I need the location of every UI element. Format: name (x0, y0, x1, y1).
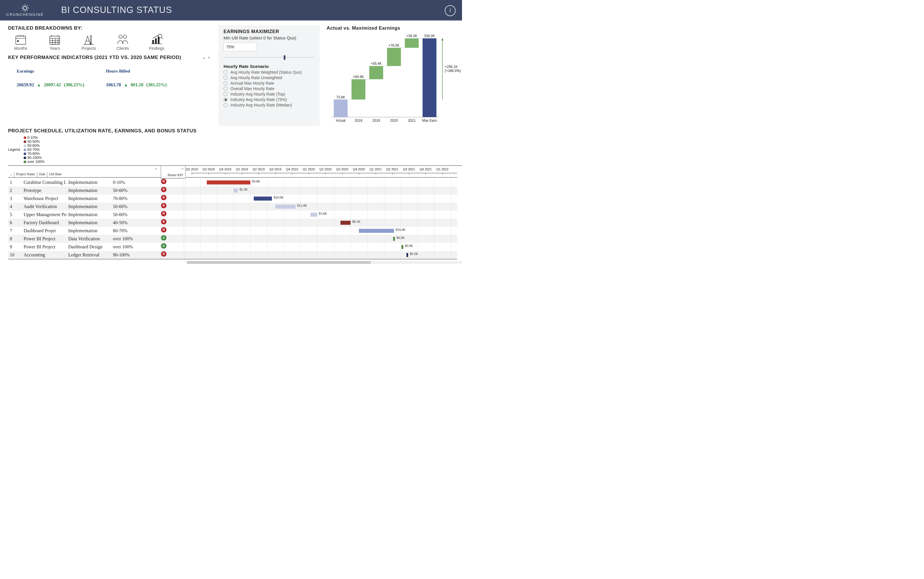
table-row-left[interactable]: 7Dashboard ProjetImplementation60-70% (8, 227, 161, 235)
table-row-left[interactable]: 10AccountingLedger Retrieval90-100% (8, 251, 161, 259)
gantt-bar[interactable] (207, 180, 250, 185)
bonus-cell: G (161, 235, 185, 243)
gantt-bar[interactable] (340, 221, 351, 225)
breakdown-findings[interactable]: Findings (148, 33, 165, 51)
svg-rect-26 (90, 36, 92, 43)
info-button[interactable]: i (445, 5, 456, 16)
col-bonus[interactable]: Bonus KPI (161, 166, 185, 178)
scenario-option[interactable]: Industry Avg Hourly Rate (75%) (223, 97, 315, 102)
brand-text-1: CRUNCH (7, 12, 26, 17)
col-util[interactable]: Util Rate (47, 172, 63, 177)
radio-icon (223, 92, 228, 96)
util-rate-input[interactable]: 75% (223, 43, 257, 51)
table-row-left[interactable]: 6Factory DashboardImplementation40-50% (8, 219, 161, 227)
timeline-cell: $0.5K (185, 235, 457, 243)
gantt-bar[interactable] (254, 196, 272, 201)
bonus-pill: G (161, 243, 166, 249)
svg-text:2019: 2019 (373, 119, 380, 123)
table-row-left[interactable]: 9Power BI ProjectDashboard Designover 10… (8, 243, 161, 251)
svg-text:Actual: Actual (336, 119, 345, 123)
table-row-left[interactable]: 4Audit VerificationImplementation50-60% (8, 203, 161, 211)
gantt-bar[interactable] (275, 204, 295, 209)
table-row-left[interactable]: 1Curabitur Consulting I...Implementation… (8, 178, 161, 186)
gantt-title: PROJECT SCHEDULE, UTILIZATION RATE, EARN… (8, 128, 462, 134)
col-name[interactable]: Project Name (14, 172, 37, 177)
scenario-option[interactable]: Avg Hourly Rate Unweighted (223, 75, 315, 80)
breakdown-years[interactable]: Years (46, 33, 63, 51)
svg-text:73.8K: 73.8K (336, 95, 345, 99)
legend-item: 90-100% (24, 156, 44, 160)
svg-rect-30 (155, 38, 157, 44)
svg-rect-50 (405, 38, 419, 48)
util-rate-slider[interactable] (223, 55, 315, 60)
bonus-cell: R (161, 203, 185, 211)
breakdown-months[interactable]: OCTMonths (12, 33, 30, 51)
col-idx[interactable]: ... (8, 172, 14, 177)
table-row-left[interactable]: 2PrototypeImplementation50-60% (8, 186, 161, 195)
nav-up-icon: ▲ (202, 56, 206, 59)
breakdowns-title: DETAILED BREAKDOWNS BY: (8, 25, 218, 31)
col-task[interactable]: Task (37, 172, 47, 177)
timeline-cell: $3.6K (185, 211, 457, 219)
svg-line-7 (27, 5, 28, 7)
bonus-pill: G (161, 235, 166, 240)
table-row-left[interactable]: 8Power BI ProjectData Verificationover 1… (8, 235, 161, 243)
timeline-cell: $2.3K (185, 186, 457, 195)
scenario-option[interactable]: Industry Avg Hourly Rate (Median) (223, 103, 315, 107)
waterfall-chart: Actual2018201920202021Max Earn73.8K+84.9… (327, 31, 462, 124)
svg-text:Max Earn: Max Earn (422, 119, 437, 123)
earnings-maximizer-panel: EARNINGS MAXIMIZER Min Util Rate (select… (218, 25, 320, 126)
gantt-section: PROJECT SCHEDULE, UTILIZATION RATE, EARN… (8, 128, 462, 264)
gantt-hscroll[interactable] (8, 261, 462, 264)
svg-rect-48 (387, 48, 401, 66)
legend-item: 60-70% (24, 148, 44, 152)
bonus-cell: R (161, 195, 185, 203)
gantt-bar-label: $0.5K (397, 236, 405, 239)
gantt-bar-label: $0.9K (405, 244, 413, 247)
timeline-header: Q2 2018Q3 2018Q4 2018Q1 2019Q2 2019Q3 20… (185, 166, 457, 178)
gantt-bar[interactable] (234, 188, 238, 193)
breakdown-clients[interactable]: Clients (114, 33, 131, 51)
gantt-bar[interactable] (393, 237, 395, 241)
kpi-title: KEY PERFORMANCE INDICATORS (2021 YTD VS.… (8, 55, 218, 61)
gantt-bar-label: $0.5K (410, 252, 418, 255)
bonus-cell: R (161, 178, 185, 186)
scenario-option[interactable]: Avg Hourly Rate Weighted (Status Quo) (223, 70, 315, 75)
svg-line-34 (161, 38, 163, 39)
legend-item: 70-80% (24, 152, 44, 156)
gantt-bar[interactable] (310, 213, 317, 217)
svg-text:2020: 2020 (390, 119, 398, 123)
svg-text:+256.1K: +256.1K (445, 65, 458, 69)
table-row-left[interactable]: 3Warehouse ProjectImplementation70-80% (8, 195, 161, 203)
scenario-option[interactable]: Industry Avg Hourly Rate (Top) (223, 92, 315, 96)
radio-icon (223, 98, 228, 101)
kpi-hours-billed: Hours Billed1063.78▲801.28(305.25%) (106, 69, 195, 87)
gantt-bar-label: $3.6K (319, 212, 327, 215)
svg-rect-44 (351, 79, 365, 99)
svg-line-8 (23, 10, 23, 11)
gantt-bar-label: $20.0K (274, 196, 284, 199)
page-title: BI CONSULTING STATUS (61, 5, 172, 15)
bonus-pill: R (161, 179, 166, 184)
svg-rect-9 (16, 36, 26, 44)
svg-point-27 (119, 35, 122, 39)
radio-icon (223, 76, 228, 80)
svg-line-6 (27, 10, 28, 11)
legend-item: 50-60% (24, 144, 44, 148)
scenario-option[interactable]: Annual Max Hourly Rate (223, 81, 315, 85)
gantt-bar[interactable] (359, 229, 394, 233)
bonus-pill: R (161, 227, 166, 232)
gantt-bar[interactable] (402, 245, 403, 249)
scenario-title: Hourly Rate Scenario (223, 64, 315, 69)
kpi-nav[interactable]: ▲▼ (202, 56, 211, 59)
bonus-cell: R (161, 211, 185, 219)
gantt-bar[interactable] (406, 253, 408, 257)
legend-item: 40-50% (24, 139, 44, 144)
table-row-left[interactable]: 5Upper Management Pro...Implementation50… (8, 211, 161, 219)
svg-text:+55.4K: +55.4K (371, 62, 382, 65)
brand-logo: CRUNCHENGINE (7, 4, 44, 17)
nav-down-icon: ▼ (208, 56, 211, 59)
scenario-option[interactable]: Overall Max Hourly Rate (223, 86, 315, 91)
breakdown-projects[interactable]: Projects (80, 33, 97, 51)
svg-rect-29 (153, 40, 154, 44)
